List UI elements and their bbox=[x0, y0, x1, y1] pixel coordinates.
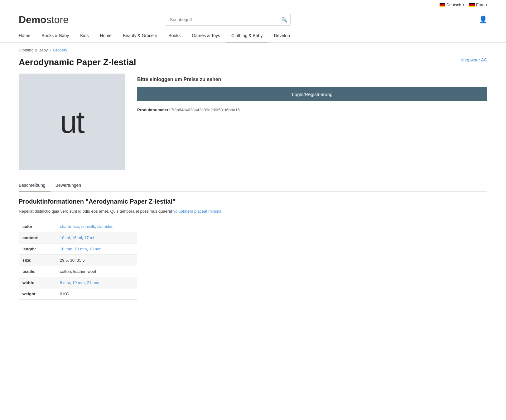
manufacturer-link[interactable]: shopware AG bbox=[461, 57, 487, 62]
spec-value-link[interactable]: 19 mm bbox=[72, 280, 85, 285]
header-top-bar: Deutsch ▾ Euro ▾ bbox=[0, 0, 506, 10]
search-button[interactable]: 🔍 bbox=[281, 17, 287, 23]
nav-link-kids[interactable]: Kids bbox=[75, 29, 94, 42]
table-row: weight:0 KG bbox=[19, 288, 137, 299]
table-row: content:10 ml, 16 ml, 17 ml bbox=[19, 232, 137, 243]
description-text-before: Repellat distinctio quia vero sunt id od… bbox=[19, 209, 173, 214]
language-dropdown-arrow: ▾ bbox=[463, 3, 464, 7]
spec-value[interactable]: 10 mm, 13 mm, 18 mm bbox=[56, 243, 137, 254]
logo-light: store bbox=[46, 14, 69, 25]
nav-item-games-toys: Games & Toys bbox=[186, 29, 226, 42]
spec-key: width: bbox=[19, 277, 56, 288]
spec-key: size: bbox=[19, 254, 56, 266]
spec-value[interactable]: 8 mm, 19 mm, 21 mm bbox=[56, 277, 137, 288]
nav-item-develop: Develop bbox=[268, 29, 296, 42]
nav-link-home1[interactable]: Home bbox=[19, 29, 36, 42]
currency-dropdown-arrow: ▾ bbox=[486, 3, 487, 7]
spec-value-link[interactable]: slateblue bbox=[97, 224, 113, 229]
breadcrumb-current: Grocery bbox=[53, 48, 67, 52]
product-title: Aerodynamic Paper Z-lestial bbox=[19, 57, 136, 67]
user-account-icon[interactable]: 👤 bbox=[479, 16, 487, 24]
description-text-after: . bbox=[221, 209, 223, 214]
product-image-placeholder-text: ut bbox=[60, 104, 83, 140]
nav-item-clothing-baby: Clothing & Baby bbox=[226, 29, 268, 42]
breadcrumb-parent-link[interactable]: Clothing & Baby bbox=[19, 48, 48, 52]
search-bar: 🔍 bbox=[166, 14, 291, 26]
spec-value-link[interactable]: 21 mm bbox=[87, 280, 99, 285]
site-logo[interactable]: Demostore bbox=[19, 14, 69, 26]
breadcrumb: Clothing & Baby › Grocery bbox=[0, 43, 506, 55]
table-row: textile:cotton, leather, wool bbox=[19, 266, 137, 277]
spec-value-link[interactable]: 16 ml bbox=[72, 235, 82, 240]
table-row: width:8 mm, 19 mm, 21 mm bbox=[19, 277, 137, 288]
table-row: length:10 mm, 13 mm, 18 mm bbox=[19, 243, 137, 254]
spec-value[interactable]: chartreuse, cornsilk, slateblue bbox=[56, 221, 137, 232]
currency-flag-icon bbox=[469, 3, 475, 7]
spec-value-link[interactable]: 13 mm bbox=[75, 247, 87, 251]
logo-bold: Demo bbox=[19, 14, 46, 25]
currency-label: Euro bbox=[476, 2, 484, 7]
language-label: Deutsch bbox=[446, 2, 461, 7]
spec-value-link[interactable]: chartreuse bbox=[60, 224, 79, 229]
tab-beschreibung[interactable]: Beschreibung bbox=[19, 180, 51, 191]
description-section: Produktinformationen "Aerodynamic Paper … bbox=[0, 192, 506, 306]
product-number-label: Produktnummer: bbox=[137, 108, 170, 112]
product-body: ut Bitte einloggen um Preise zu sehen Lo… bbox=[0, 74, 506, 170]
nav-item-books-baby: Books & Baby bbox=[36, 29, 75, 42]
price-notice: Bitte einloggen um Preise zu sehen bbox=[137, 77, 487, 82]
search-input[interactable] bbox=[166, 14, 291, 26]
specs-table: color:chartreuse, cornsilk, slatebluecon… bbox=[19, 221, 137, 300]
header-main: Demostore 🔍 👤 bbox=[0, 10, 506, 29]
product-number: Produktnummer: 7f3b84d4628a42e09e2d0f531… bbox=[137, 108, 487, 112]
nav-item-beauty-grocery: Beauty & Grocery bbox=[117, 29, 163, 42]
spec-value-link[interactable]: 10 ml bbox=[60, 235, 70, 240]
nav-item-home2: Home bbox=[94, 29, 117, 42]
spec-value-link[interactable]: 8 mm bbox=[60, 280, 70, 285]
product-header: Aerodynamic Paper Z-lestial shopware AG bbox=[0, 55, 506, 74]
nav-link-books-baby[interactable]: Books & Baby bbox=[36, 29, 75, 42]
nav-link-books[interactable]: Books bbox=[163, 29, 186, 42]
nav-item-kids: Kids bbox=[75, 29, 94, 42]
spec-value: 29,5, 30, 35,5 bbox=[56, 254, 137, 266]
nav-link-develop[interactable]: Develop bbox=[268, 29, 296, 42]
description-link[interactable]: voluptatem placeat minima bbox=[173, 209, 222, 214]
spec-value: 0 KG bbox=[56, 288, 137, 299]
breadcrumb-separator: › bbox=[50, 48, 51, 52]
spec-key: length: bbox=[19, 243, 56, 254]
main-nav: Home Books & Baby Kids Home Beauty & Gro… bbox=[0, 29, 506, 43]
nav-item-home1: Home bbox=[19, 29, 36, 42]
product-right-panel: Bitte einloggen um Preise zu sehen Login… bbox=[137, 74, 487, 170]
product-image-area: ut bbox=[19, 74, 125, 170]
nav-link-beauty-grocery[interactable]: Beauty & Grocery bbox=[117, 29, 163, 42]
tabs-section: Beschreibung Bewertungen bbox=[0, 170, 506, 192]
nav-link-games-toys[interactable]: Games & Toys bbox=[186, 29, 226, 42]
spec-key: content: bbox=[19, 232, 56, 243]
nav-item-books: Books bbox=[163, 29, 186, 42]
nav-link-clothing-baby[interactable]: Clothing & Baby bbox=[226, 29, 268, 42]
product-tabs: Beschreibung Bewertungen bbox=[19, 180, 487, 192]
language-selector[interactable]: Deutsch ▾ bbox=[440, 2, 464, 7]
spec-key: textile: bbox=[19, 266, 56, 277]
spec-value-link[interactable]: cornsilk bbox=[81, 224, 95, 229]
table-row: size:29,5, 30, 35,5 bbox=[19, 254, 137, 266]
nav-link-home2[interactable]: Home bbox=[94, 29, 117, 42]
table-row: color:chartreuse, cornsilk, slateblue bbox=[19, 221, 137, 232]
spec-value: cotton, leather, wool bbox=[56, 266, 137, 277]
german-flag-icon bbox=[440, 3, 445, 7]
spec-value-link[interactable]: 10 mm bbox=[60, 247, 72, 251]
tab-bewertungen[interactable]: Bewertungen bbox=[51, 180, 86, 191]
spec-value-link[interactable]: 18 mm bbox=[89, 247, 102, 251]
spec-value[interactable]: 10 ml, 16 ml, 17 ml bbox=[56, 232, 137, 243]
product-number-value: 7f3b84d4628a42e09e2d0f531f6bba15 bbox=[171, 108, 240, 112]
description-text: Repellat distinctio quia vero sunt id od… bbox=[19, 208, 487, 215]
product-image: ut bbox=[19, 74, 125, 170]
spec-value-link[interactable]: 17 ml bbox=[84, 235, 94, 240]
currency-selector[interactable]: Euro ▾ bbox=[469, 2, 487, 7]
spec-key: color: bbox=[19, 221, 56, 232]
description-heading: Produktinformationen "Aerodynamic Paper … bbox=[19, 198, 487, 205]
login-register-button[interactable]: Login/Registrierung bbox=[137, 87, 487, 101]
spec-key: weight: bbox=[19, 288, 56, 299]
